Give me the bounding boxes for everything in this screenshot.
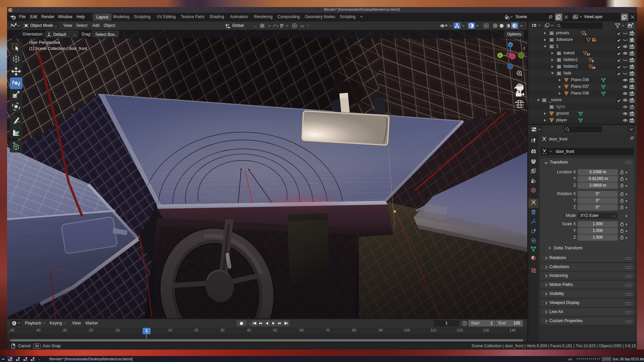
svg-text:Y: Y [499,54,501,57]
svg-text:Z: Z [509,43,512,47]
svg-text:X: X [507,54,509,57]
